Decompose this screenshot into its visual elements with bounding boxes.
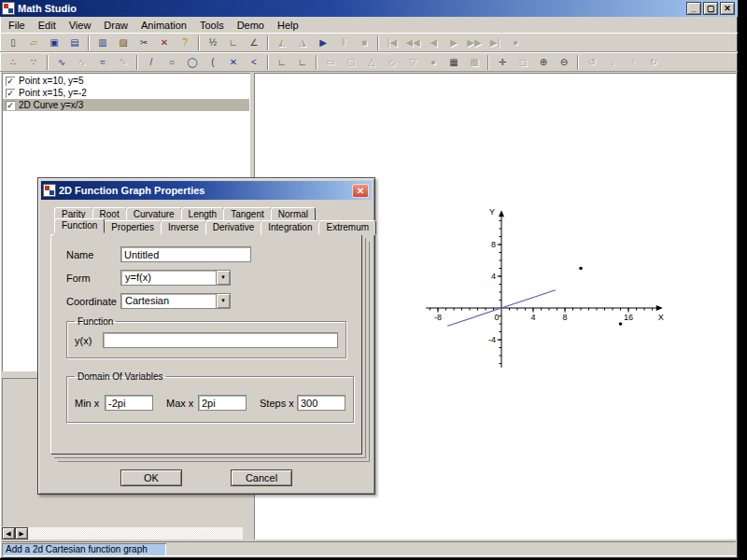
save-file-button[interactable]: ▣	[44, 34, 64, 51]
curve-2d-tool-button[interactable]: ∿	[51, 53, 72, 71]
data-point[interactable]	[579, 267, 583, 271]
max-x-input[interactable]	[198, 395, 247, 411]
fast-forward-button[interactable]: ▶▶	[464, 34, 485, 51]
ellipse-tool-button[interactable]: ◯	[182, 53, 203, 71]
title-bar[interactable]: Math Studio _▢✕	[0, 0, 738, 17]
export-file-button[interactable]: ▤	[64, 34, 85, 51]
object-list-item[interactable]: ✓2D Curve y=x/3	[3, 99, 249, 111]
steps-x-input[interactable]	[297, 395, 345, 411]
move-up-button[interactable]: ↑	[623, 53, 643, 71]
fraction-editor-button[interactable]: ½	[203, 34, 223, 51]
menu-help[interactable]: Help	[271, 19, 305, 32]
scroll-right-button[interactable]: ▶	[15, 527, 28, 539]
graph-canvas[interactable]: XY-80481684-4	[403, 203, 684, 385]
new-file-button[interactable]: ▯	[3, 34, 23, 51]
angle-tool-button[interactable]: <	[244, 53, 264, 71]
minimize-button[interactable]: _	[686, 2, 701, 15]
points-tool-button[interactable]: ∴	[3, 53, 23, 71]
first-frame-button[interactable]: |◀	[382, 34, 402, 51]
cancel-button[interactable]: Cancel	[231, 469, 292, 486]
grid-toggle-button[interactable]: ▦	[444, 53, 464, 71]
chart-tool-1-button[interactable]: ◭	[272, 34, 292, 51]
play-animation-button[interactable]: ▶	[313, 34, 333, 51]
tab-properties[interactable]: Properties	[104, 220, 162, 235]
pause-animation-button[interactable]: ‖	[333, 34, 354, 51]
paste-button[interactable]: ▨	[113, 34, 134, 51]
scroll-left-button[interactable]: ◀	[2, 527, 15, 539]
open-file-button[interactable]: ▱	[23, 34, 44, 51]
move-down-button[interactable]: ↓	[602, 53, 623, 71]
zoom-window-tool-button[interactable]: ◻	[513, 53, 533, 71]
item-visibility-checkbox[interactable]: ✓	[6, 77, 15, 86]
menu-demo[interactable]: Demo	[231, 19, 271, 32]
object-list-item[interactable]: ✓Point x=10, y=5	[3, 75, 249, 87]
triangle-tool-button[interactable]: △	[361, 53, 382, 71]
snap-toggle-button[interactable]: ▩	[464, 53, 485, 71]
prev-frame-button[interactable]: ◀	[423, 34, 444, 51]
tab-integration[interactable]: Integration	[261, 220, 319, 235]
copy-button[interactable]: ▥	[92, 34, 113, 51]
menu-view[interactable]: View	[63, 19, 98, 32]
point-sequence-tool-button[interactable]: ∵	[23, 53, 44, 71]
line-tool-button[interactable]: /	[141, 53, 162, 71]
form-select[interactable]: y=f(x) ▼	[120, 270, 231, 286]
implicit-curve-tool-button[interactable]: ≈	[92, 53, 113, 71]
dialog-close-button[interactable]: ✕	[352, 184, 369, 198]
axes-2d-button[interactable]: ∟	[272, 53, 292, 71]
horizontal-scrollbar[interactable]: ◀ ▶	[2, 527, 243, 539]
rotate-left-button[interactable]: ↺	[582, 53, 602, 71]
menu-animation[interactable]: Animation	[134, 19, 193, 32]
tab-function[interactable]: Function	[54, 218, 105, 233]
item-visibility-checkbox[interactable]: ✓	[6, 89, 15, 98]
tab-inverse[interactable]: Inverse	[161, 220, 206, 235]
record-animation-button[interactable]: ●	[505, 34, 526, 51]
filled-circle-tool-button[interactable]: ●	[423, 53, 444, 71]
zoom-in-button[interactable]: ⊕	[533, 53, 554, 71]
zoom-out-button[interactable]: ⊖	[554, 53, 574, 71]
move-tool-button[interactable]: ✛	[492, 53, 513, 71]
chart-tool-2-button[interactable]: ◮	[292, 34, 313, 51]
last-frame-button[interactable]: ▶|	[485, 34, 505, 51]
tab-tangent[interactable]: Tangent	[223, 207, 272, 221]
circle-tool-button[interactable]: ○	[162, 53, 182, 71]
next-frame-button[interactable]: ▶	[444, 34, 464, 51]
data-point[interactable]	[619, 322, 623, 326]
min-x-input[interactable]	[105, 395, 153, 411]
help-button[interactable]: ?	[175, 34, 195, 51]
new-2d-graph-button[interactable]: ∟	[223, 34, 244, 51]
ok-button[interactable]: OK	[120, 469, 182, 486]
rectangle-tool-button[interactable]: ▭	[320, 53, 341, 71]
tab-extremum[interactable]: Extremum	[318, 220, 376, 235]
dialog-title-bar[interactable]: 2D Function Graph Properties ✕	[41, 181, 372, 200]
diamond-tool-button[interactable]: ◇	[382, 53, 402, 71]
name-input[interactable]	[120, 246, 251, 262]
yx-input[interactable]	[103, 332, 338, 348]
delete-button[interactable]: ✕	[154, 34, 175, 51]
fast-backward-button[interactable]: ◀◀	[402, 34, 423, 51]
tab-derivative[interactable]: Derivative	[205, 220, 261, 235]
new-3d-graph-button[interactable]: ∠	[244, 34, 264, 51]
tab-normal[interactable]: Normal	[271, 207, 316, 221]
cut-button[interactable]: ✂	[134, 34, 154, 51]
rotate-right-button[interactable]: ↻	[643, 53, 664, 71]
square-tool-button[interactable]: ▢	[341, 53, 361, 71]
menu-file[interactable]: File	[2, 19, 32, 32]
arc-tool-button[interactable]: (	[203, 53, 223, 71]
polygon-tool-button[interactable]: ▽	[402, 53, 423, 71]
maximize-button[interactable]: ▢	[703, 2, 718, 15]
item-visibility-checkbox[interactable]: ✓	[6, 101, 15, 110]
cross-tool-button[interactable]: ✕	[223, 53, 244, 71]
tab-length[interactable]: Length	[181, 207, 225, 221]
scrollbar-track[interactable]	[28, 527, 243, 539]
close-button[interactable]: ✕	[720, 2, 735, 15]
object-list-item[interactable]: ✓Point x=15, y=-2	[3, 87, 249, 99]
tab-curvature[interactable]: Curvature	[126, 207, 182, 221]
menu-edit[interactable]: Edit	[32, 19, 63, 32]
menu-draw[interactable]: Draw	[97, 19, 134, 32]
menu-tools[interactable]: Tools	[193, 19, 231, 32]
pencil-tool-button[interactable]: ✎	[113, 53, 134, 71]
stop-animation-button[interactable]: ■	[354, 34, 374, 51]
coordinate-select[interactable]: Cartesian ▼	[120, 293, 231, 309]
parametric-curve-tool-button[interactable]: ∿	[72, 53, 92, 71]
axes-grid-button[interactable]: ∟	[292, 53, 313, 71]
